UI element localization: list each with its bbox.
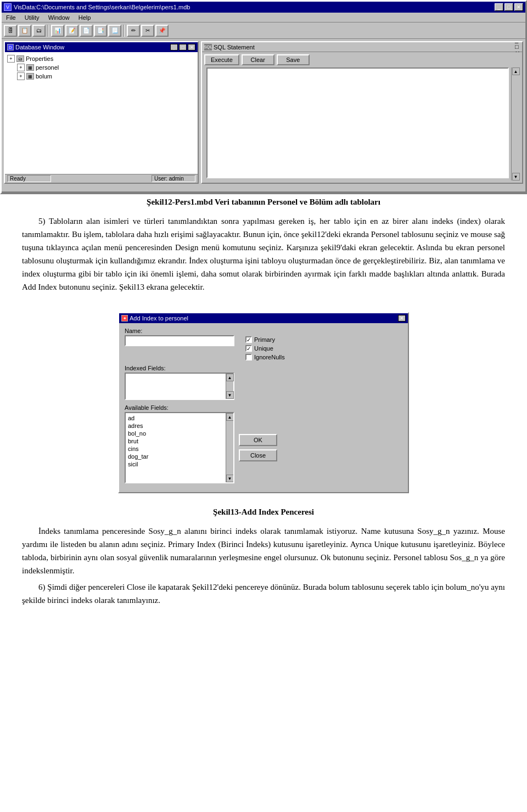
app-icon: V [4,3,12,11]
dialog-title-text: Add Index to personel [130,315,188,322]
toolbar-sep-1 [48,25,49,37]
available-scroll-up[interactable]: ▲ [226,413,234,421]
ignorenulls-checkbox[interactable] [245,354,252,360]
dialog-icon: ✦ [121,315,128,322]
unique-checkbox-item[interactable]: ✓ Unique [245,345,285,352]
body-para-2: İndeks tanımlama penceresinde Sosy_g_n a… [22,525,505,577]
sql-scrollbar[interactable]: ▲ ▼ [511,67,520,181]
menu-window[interactable]: Window [46,14,72,21]
indexed-fields-label: Indexed Fields: [125,365,234,371]
field-adres[interactable]: adres [127,422,232,430]
primary-checkbox-item[interactable]: ✓ Primary [245,336,285,343]
field-dog-tar[interactable]: dog_tar [127,453,232,460]
execute-button[interactable]: Execute [204,54,239,65]
clear-button[interactable]: Clear [242,54,274,65]
app-title: VisData:C:\Documents and Settings\serkan… [14,4,190,10]
available-scroll-down[interactable]: ▼ [226,475,234,482]
db-minimize-btn[interactable]: _ [170,44,178,50]
sql-minimize-btn[interactable]: _ [515,37,520,43]
scroll-up[interactable]: ▲ [512,67,520,75]
ignorenulls-checkbox-item[interactable]: IgnoreNulls [245,354,285,360]
ready-status: Ready [7,175,51,182]
name-input[interactable] [125,335,234,346]
indexed-scroll-up[interactable]: ▲ [226,374,234,381]
available-list-inner: ad adres bol_no brut cins dog_tar sicil [126,413,233,469]
sql-window-title-bar: SQL SQL Statement _ □ ✕ [202,42,522,52]
menu-help[interactable]: Help [76,14,93,21]
tree-properties-label: Properties [26,55,53,62]
field-bol-no[interactable]: bol_no [127,430,232,437]
toolbar-btn-1[interactable]: 🗄 [4,25,17,37]
menu-utility[interactable]: Utility [23,14,42,21]
unique-checkbox[interactable]: ✓ [245,345,252,352]
toolbar-btn-8[interactable]: 📃 [108,25,121,37]
personel-icon: ▦ [26,64,34,71]
add-index-dialog: ✦ Add Index to personel ✕ Name: ✓ Primar… [118,312,409,493]
db-close-btn[interactable]: ✕ [188,44,195,50]
field-ad[interactable]: ad [127,414,232,422]
expand-bolum[interactable]: + [17,72,25,80]
toolbar-btn-7[interactable]: 📑 [94,25,107,37]
indexed-fields-area[interactable]: ▲ ▼ [125,373,234,400]
maximize-button[interactable]: □ [504,3,513,11]
field-sicil[interactable]: sicil [127,460,232,468]
name-row: Name: ✓ Primary ✓ Unique IgnoreNulls [125,328,402,360]
toolbar-btn-11[interactable]: 📌 [155,25,169,37]
available-scrollbar[interactable]: ▲ ▼ [226,413,233,482]
dialog-close-button[interactable]: Close [239,449,277,461]
toolbar-btn-6[interactable]: 📄 [80,25,93,37]
sql-window: SQL SQL Statement _ □ ✕ Execute Clear Sa… [201,41,523,184]
tree-personel-label: personel [36,64,59,71]
dialog-close-x-btn[interactable]: ✕ [398,315,406,322]
dialog-title-bar: ✦ Add Index to personel ✕ [119,313,408,323]
expand-personel[interactable]: + [17,64,25,71]
sql-maximize-btn[interactable]: □ [515,43,520,50]
ignorenulls-label: IgnoreNulls [254,354,285,360]
close-button[interactable]: ✕ [514,3,523,11]
user-status: User: admin [152,175,195,182]
app-title-bar: V VisData:C:\Documents and Settings\serk… [2,2,525,13]
indexed-scroll-down[interactable]: ▼ [226,391,234,399]
indexed-fields-row: Indexed Fields: ▲ ▼ [125,365,402,400]
tree-bolum[interactable]: + ▦ bolum [7,72,195,81]
body-text-2: İndeks tanımlama penceresinde Sosy_g_n a… [0,520,527,614]
toolbar-btn-5[interactable]: 📝 [65,25,79,37]
main-area: D Database Window _ □ ✕ + 🗂 Properties [2,39,525,193]
tree-personel[interactable]: + ▦ personel [7,63,195,72]
field-brut[interactable]: brut [127,437,232,445]
sql-icon: SQL [204,44,212,50]
available-fields-label: Available Fields: [125,404,402,411]
caption2: Şekil13-Add Index Penceresi [0,504,527,520]
save-button[interactable]: Save [277,54,310,65]
available-fields-row: Available Fields: ad adres bol_no brut c… [125,404,402,483]
db-window-title-bar: D Database Window _ □ ✕ [5,42,198,52]
available-fields-list[interactable]: ad adres bol_no brut cins dog_tar sicil … [125,412,234,483]
toolbar-btn-3[interactable]: 🗂 [32,25,46,37]
name-label: Name: [125,328,234,334]
sql-textarea[interactable] [206,67,509,178]
body-para-3: 6) Şimdi diğer pencereleri Close ile kap… [22,580,505,607]
db-maximize-btn[interactable]: □ [179,44,187,50]
indexed-fields-scrollbar[interactable]: ▲ ▼ [226,374,233,399]
dialog-buttons: OK Close [239,412,277,483]
db-window-icon: D [7,44,14,50]
scroll-down[interactable]: ▼ [512,173,520,181]
properties-icon: 🗂 [16,55,24,62]
toolbar-btn-4[interactable]: 📊 [51,25,64,37]
tree-bolum-label: bolum [36,73,52,80]
minimize-button[interactable]: _ [495,3,503,11]
toolbar-btn-2[interactable]: 📋 [18,25,31,37]
toolbar-btn-9[interactable]: ✏ [127,25,140,37]
expand-properties[interactable]: + [7,55,15,63]
tree-properties[interactable]: + 🗂 Properties [7,54,195,63]
primary-label: Primary [254,336,275,343]
db-window-title: Database Window [15,44,64,50]
unique-label: Unique [254,345,273,352]
toolbar-btn-10[interactable]: ✂ [141,25,154,37]
body-text-1: 5) Tabloların alan isimleri ve türleri t… [0,210,527,301]
app-window: V VisData:C:\Documents and Settings\serk… [0,0,527,194]
ok-button[interactable]: OK [239,434,277,446]
menu-file[interactable]: File [4,14,18,21]
primary-checkbox[interactable]: ✓ [245,336,252,343]
field-cins[interactable]: cins [127,445,232,453]
